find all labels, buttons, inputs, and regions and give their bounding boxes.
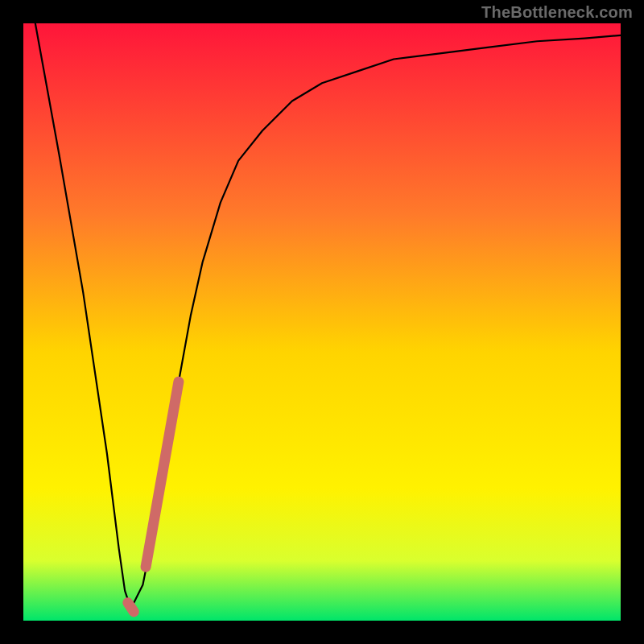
outer-frame: TheBottleneck.com [0,0,644,644]
watermark-text: TheBottleneck.com [481,3,633,22]
highlight-segment-lower [128,603,134,612]
plot-area [23,23,621,621]
plot-svg [23,23,621,621]
gradient-background [23,23,621,621]
